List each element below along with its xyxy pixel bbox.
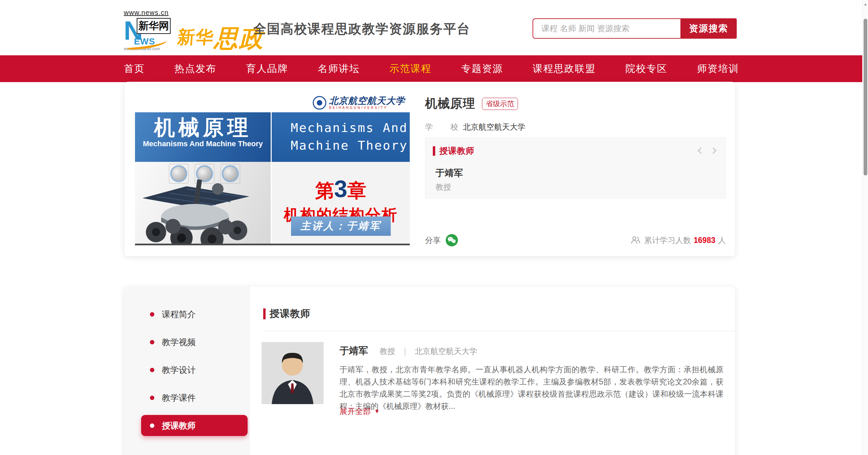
- school-name: 北京航空航天大学: [463, 122, 525, 132]
- xinhuanet-logo: www.news.cn N 新华网 EWS www.xinhuanet.com: [124, 9, 169, 51]
- teacher-role: 教授: [380, 346, 395, 357]
- learner-stats-label: 累计学习人数: [644, 235, 691, 246]
- teacher-name: 于靖军: [340, 344, 368, 357]
- xinhuanet-news-icon: N 新华网 EWS: [124, 17, 167, 46]
- teacher-carousel-heading: 授课教师: [433, 145, 475, 156]
- share-row: 分享 累计学习人数 16983 人: [425, 234, 726, 247]
- tab-course-intro[interactable]: 课程简介: [141, 304, 248, 325]
- bullet-dot-icon: [150, 423, 154, 428]
- learner-unit: 人: [718, 235, 726, 246]
- chapter-heading: 第3章: [272, 175, 410, 204]
- chapter-post-text: 章: [347, 180, 366, 201]
- search-bar: 资源搜索: [533, 18, 737, 39]
- page-scrollbar[interactable]: ▲: [862, 0, 868, 455]
- beihang-name-cn: 北京航空航天大学: [329, 96, 405, 106]
- tab-courseware[interactable]: 教学课件: [141, 387, 248, 408]
- learner-stats: 累计学习人数 16983 人: [631, 235, 726, 246]
- course-title: 机械原理: [425, 95, 475, 112]
- brand-xinhua-text: 新华: [177, 25, 215, 49]
- nav-item-demo-courses[interactable]: 示范课程: [389, 62, 431, 76]
- tab-teaching-design[interactable]: 教学设计: [141, 359, 248, 380]
- teacher-section-heading: 授课教师: [263, 307, 310, 321]
- cover-title-right: Mechanisms And Machine Theory: [272, 112, 410, 162]
- teacher-photo: [262, 342, 324, 404]
- section-tabs-sidebar: 课程简介 教学视频 教学设计 教学课件 授课教师: [124, 287, 249, 455]
- share-label: 分享: [425, 235, 441, 246]
- chapter-pre-text: 第: [315, 180, 334, 201]
- learner-count: 16983: [694, 236, 715, 245]
- site-logo[interactable]: www.news.cn N 新华网 EWS www.xinhuanet.com …: [124, 9, 264, 51]
- search-input[interactable]: [533, 18, 680, 39]
- bullet-dot-icon: [150, 312, 154, 317]
- mars-rover-illustration: [135, 179, 268, 245]
- school-label: 学校: [425, 122, 458, 132]
- chapter-number: 3: [334, 176, 347, 202]
- carousel-prev-icon[interactable]: ‹: [697, 143, 703, 157]
- section-divider: [263, 331, 735, 331]
- cover-title-left: 机械原理 Mechanisms And Machine Theory: [135, 112, 271, 162]
- page: www.news.cn N 新华网 EWS www.xinhuanet.com …: [0, 0, 868, 455]
- divider-bar-text: |: [404, 347, 406, 356]
- teacher-section: 授课教师 于靖军 教授 | 北京航空航天大学 于靖军，教授，北京市青: [250, 287, 735, 455]
- bullet-dot-icon: [150, 368, 154, 372]
- cover-rover-panel: [135, 162, 271, 245]
- xinhua-sizheng-wordmark: 新华 思政: [177, 25, 264, 51]
- nav-item-home[interactable]: 首页: [124, 62, 145, 76]
- expand-triangle-icon: ▼: [374, 408, 380, 415]
- cover-right-line2: Machine Theory: [291, 137, 410, 154]
- beihang-logo: 北京航空航天大学 BEIHANGUNIVERSITY: [313, 96, 405, 110]
- red-bar-icon: [263, 308, 266, 319]
- nav-item-yuren-brand[interactable]: 育人品牌: [246, 62, 288, 76]
- scroll-up-arrow-icon[interactable]: ▲: [864, 2, 867, 6]
- nav-item-teacher-training[interactable]: 师资培训: [697, 62, 739, 76]
- school-row: 学校 北京航空航天大学: [425, 122, 525, 132]
- wechat-share-icon[interactable]: [445, 234, 458, 247]
- nav-item-college-zone[interactable]: 院校专区: [625, 62, 668, 76]
- tab-teaching-videos[interactable]: 教学视频: [141, 331, 248, 353]
- site-title: 全国高校课程思政教学资源服务平台: [253, 20, 470, 38]
- lecturer-banner: 主讲人：于靖军: [291, 216, 391, 236]
- cover-title-en: Mechanisms And Machine Theory: [135, 139, 271, 148]
- teacher-school: 北京航空航天大学: [415, 346, 477, 357]
- course-detail-card: 课程简介 教学视频 教学设计 教学课件 授课教师 授课教师: [124, 287, 735, 455]
- nav-item-topic-resources[interactable]: 专题资源: [461, 62, 503, 76]
- cover-right-line1: Mechanisms And: [291, 119, 410, 137]
- cover-top-band: 北京航空航天大学 BEIHANGUNIVERSITY: [135, 93, 410, 112]
- tab-teachers[interactable]: 授课教师: [141, 415, 248, 436]
- main-nav: 首页 热点发布 育人品牌 名师讲坛 示范课程 专题资源 课程思政联盟 院校专区 …: [0, 55, 868, 82]
- teacher-profile-header: 于靖军 教授 | 北京航空航天大学: [340, 344, 477, 357]
- provincial-demo-badge: 省级示范: [482, 98, 518, 110]
- cover-title-bands: 机械原理 Mechanisms And Machine Theory Mecha…: [135, 112, 410, 162]
- scrollbar-thumb[interactable]: [864, 19, 867, 175]
- carousel-teacher-name[interactable]: 于靖军: [436, 167, 463, 179]
- red-bar-icon: [433, 146, 435, 156]
- teacher-portrait-illustration: [262, 342, 324, 404]
- nav-item-hot-news[interactable]: 热点发布: [174, 62, 216, 76]
- teacher-carousel: 授课教师 ‹ › 于靖军 教授: [425, 137, 726, 198]
- course-header-card: 北京航空航天大学 BEIHANGUNIVERSITY 机械原理 Mechanis…: [124, 82, 735, 256]
- cover-chapter-panel: 第3章 机构的结构分析 主讲人：于靖军: [272, 162, 410, 245]
- carousel-next-icon[interactable]: ›: [711, 143, 717, 157]
- beihang-seal-icon: [313, 96, 326, 110]
- carousel-teacher-role: 教授: [436, 182, 451, 192]
- expand-all-button[interactable]: 展开全部 ▼: [340, 406, 380, 417]
- cover-title-cn: 机械原理: [135, 116, 271, 139]
- learners-icon: [631, 235, 641, 245]
- bullet-dot-icon: [150, 340, 154, 344]
- search-button[interactable]: 资源搜索: [680, 18, 737, 39]
- course-cover-image: 北京航空航天大学 BEIHANGUNIVERSITY 机械原理 Mechanis…: [135, 93, 410, 245]
- beihang-name-en: BEIHANGUNIVERSITY: [329, 106, 405, 110]
- bullet-dot-icon: [150, 396, 154, 400]
- nav-item-sizheng-alliance[interactable]: 课程思政联盟: [533, 62, 596, 76]
- nav-item-teacher-forum[interactable]: 名师讲坛: [318, 62, 360, 76]
- xinhuanet-wordmark: 新华网: [137, 18, 171, 34]
- cover-bottom: 第3章 机构的结构分析 主讲人：于靖军: [135, 162, 410, 245]
- teacher-bio: 于靖军，教授，北京市青年教学名师。一直从事机器人机构学方面的教学、科研工作。教学…: [340, 363, 724, 412]
- header: www.news.cn N 新华网 EWS www.xinhuanet.com …: [0, 0, 868, 55]
